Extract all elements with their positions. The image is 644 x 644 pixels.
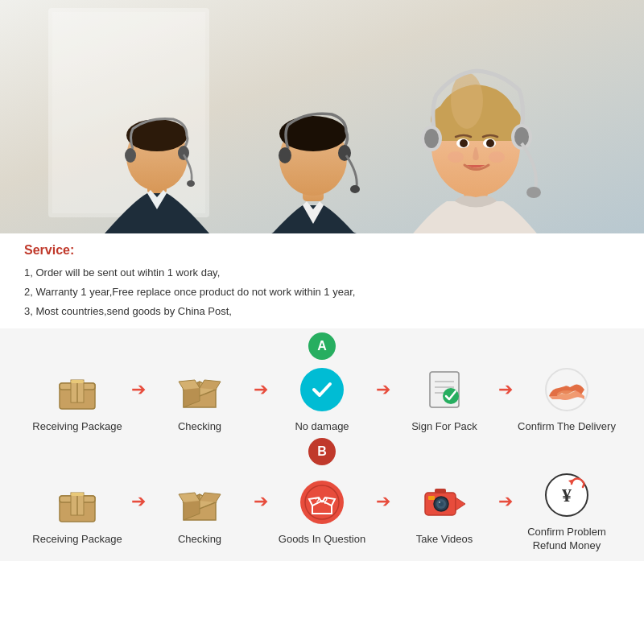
flow-icon-b5: ¥ <box>541 469 592 521</box>
svg-point-29 <box>424 129 439 148</box>
svg-rect-36 <box>71 380 84 383</box>
svg-rect-59 <box>428 496 435 500</box>
arrow-a2: ➔ <box>254 379 268 419</box>
flow-icon-b4 <box>419 477 470 528</box>
flow-label-b1: Receiving Package <box>32 533 122 547</box>
svg-point-45 <box>557 390 576 398</box>
header-image <box>0 0 644 233</box>
service-title: Service: <box>24 243 620 258</box>
svg-point-9 <box>187 180 195 187</box>
service-item-1: 1, Order will be sent out wihtin 1 work … <box>24 264 620 282</box>
svg-point-27 <box>489 151 505 163</box>
arrow-a3: ➔ <box>376 379 390 419</box>
flow-icon-b3: ? ? <box>296 477 348 528</box>
arrow-a4: ➔ <box>498 379 513 419</box>
flow-icon-a4 <box>419 364 470 415</box>
flow-label-a2: Checking <box>178 420 221 434</box>
svg-point-8 <box>178 146 189 160</box>
badge-b: B <box>308 438 336 465</box>
svg-point-21 <box>451 72 483 129</box>
arrow-b4: ➔ <box>498 491 513 531</box>
flow-step-b4: Take Videos <box>392 477 497 547</box>
service-item-3: 3, Most countries,send goods by China Po… <box>24 303 620 320</box>
svg-marker-60 <box>456 497 465 510</box>
flow-label-b5: Confirm ProblemRefund Money <box>527 526 606 553</box>
svg-point-16 <box>350 185 360 193</box>
flow-step-a3: No damage <box>270 364 374 434</box>
flow-step-b5: ¥ Confirm ProblemRefund Money <box>514 469 619 553</box>
flow-label-b2: Checking <box>178 533 221 547</box>
flow-icon-a2 <box>174 364 225 415</box>
flow-icon-b2 <box>174 477 225 528</box>
flow-label-a5: Confirm The Delivery <box>518 420 616 434</box>
flow-icon-a5 <box>541 364 592 415</box>
arrow-a1: ➔ <box>131 379 146 419</box>
svg-point-58 <box>439 502 440 503</box>
svg-text:?: ? <box>315 497 320 506</box>
flow-icon-a1 <box>52 364 103 415</box>
arrow-b1: ➔ <box>131 491 146 531</box>
svg-point-6 <box>126 119 188 151</box>
flow-label-a1: Receiving Package <box>32 420 122 434</box>
service-list: 1, Order will be sent out wihtin 1 work … <box>24 264 620 320</box>
flow-step-b3: ? ? Goods In Question <box>270 477 374 547</box>
flow-step-a1: Receiving Package <box>25 364 130 434</box>
flow-icon-b1 <box>52 477 103 528</box>
flow-label-a4: Sign For Pack <box>411 420 477 434</box>
svg-rect-49 <box>71 493 84 496</box>
svg-rect-61 <box>435 489 446 493</box>
flow-container: A Receiving Package ➔ <box>0 328 644 561</box>
svg-point-32 <box>526 187 541 198</box>
svg-point-26 <box>448 151 464 163</box>
flow-step-a4: Sign For Pack <box>392 364 497 434</box>
flow-section-a: A Receiving Package ➔ <box>8 332 636 434</box>
flow-step-a2: Checking <box>147 364 252 434</box>
service-section: Service: 1, Order will be sent out wihti… <box>0 233 644 328</box>
flow-step-a5: Confirm The Delivery <box>514 364 619 434</box>
flow-label-b3: Goods In Question <box>279 533 365 547</box>
svg-point-25 <box>486 139 494 147</box>
service-item-2: 2, Warranty 1 year,Free replace once pro… <box>24 283 620 301</box>
flow-row-a: Receiving Package ➔ Checking <box>8 364 636 434</box>
svg-point-13 <box>279 116 347 151</box>
flow-label-b4: Take Videos <box>416 533 473 547</box>
svg-text:¥: ¥ <box>562 485 572 506</box>
flow-section-b: B Receiving Package ➔ <box>8 438 636 553</box>
arrow-b3: ➔ <box>376 491 390 531</box>
flow-label-a3: No damage <box>295 420 349 434</box>
svg-rect-2 <box>52 12 205 213</box>
svg-point-24 <box>460 139 468 147</box>
flow-step-b1: Receiving Package <box>25 477 130 547</box>
flow-row-b: Receiving Package ➔ Checking ➔ <box>8 469 636 553</box>
flow-icon-a3 <box>296 364 348 415</box>
svg-text:?: ? <box>323 497 328 506</box>
svg-point-7 <box>125 148 136 163</box>
arrow-b2: ➔ <box>254 491 268 531</box>
svg-point-14 <box>279 147 291 163</box>
badge-a: A <box>308 332 336 360</box>
flow-step-b2: Checking <box>147 477 252 547</box>
